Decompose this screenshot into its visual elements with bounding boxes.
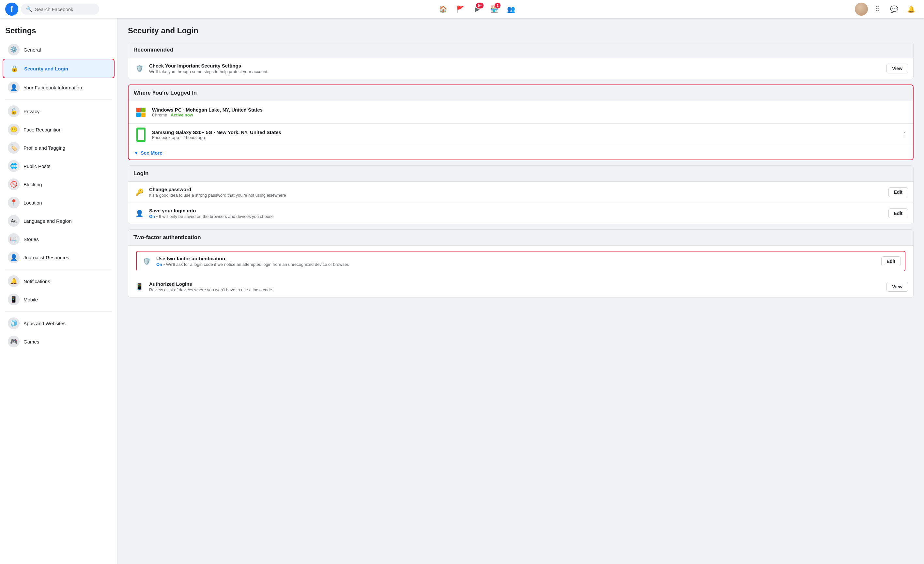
- video-nav-button[interactable]: ▶ 9+: [469, 1, 485, 17]
- sidebar-item-label: Face Recognition: [24, 127, 62, 132]
- sidebar-item-label: Security and Login: [24, 66, 68, 72]
- sidebar-item-your-facebook-information[interactable]: 👤 Your Facebook Information: [3, 78, 114, 96]
- sidebar-item-language-and-region[interactable]: Aa Language and Region: [3, 212, 114, 230]
- sidebar-item-public-posts[interactable]: 🌐 Public Posts: [3, 157, 114, 175]
- device-name: Windows PC · Mohegan Lake, NY, United St…: [152, 107, 908, 112]
- sidebar: Settings ⚙️ General 🔒 Security and Login…: [0, 18, 117, 564]
- home-nav-button[interactable]: 🏠: [435, 1, 451, 17]
- search-bar[interactable]: 🔍: [21, 4, 99, 15]
- sidebar-item-label: Profile and Tagging: [24, 145, 65, 151]
- recommended-view-button[interactable]: View: [886, 64, 908, 74]
- people-nav-button[interactable]: 👥: [503, 1, 519, 17]
- on-status: On: [149, 214, 155, 219]
- store-badge: 1: [495, 3, 501, 9]
- avatar-image: [855, 3, 868, 16]
- sidebar-item-journalist-resources[interactable]: 👤 Journalist Resources: [3, 248, 114, 267]
- recommended-header: Recommended: [128, 42, 913, 58]
- sidebar-item-blocking[interactable]: 🚫 Blocking: [3, 175, 114, 194]
- sidebar-item-label: General: [24, 47, 41, 52]
- change-password-edit-button[interactable]: Edit: [888, 187, 908, 197]
- sidebar-item-stories[interactable]: 📖 Stories: [3, 230, 114, 248]
- grid-icon: ⠿: [875, 5, 880, 13]
- flag-nav-button[interactable]: 🚩: [452, 1, 468, 17]
- journalist-icon: 👤: [8, 252, 20, 263]
- save-login-row: 👤 Save your login info On • It will only…: [128, 203, 913, 224]
- sidebar-divider-3: [5, 311, 112, 312]
- authorized-logins-title: Authorized Logins: [149, 281, 883, 287]
- authorized-logins-subtitle: Review a list of devices where you won't…: [149, 287, 883, 292]
- two-factor-text: Use two-factor authentication On • We'll…: [156, 256, 878, 267]
- nav-center-icons: 🏠 🚩 ▶ 9+ 🏪 1 👥: [102, 1, 852, 17]
- sidebar-item-apps-and-websites[interactable]: 🧊 Apps and Websites: [3, 314, 114, 332]
- see-more-button[interactable]: ▼ See More: [129, 146, 913, 159]
- device-row-samsung: Samsung Galaxy S20+ 5G · New York, NY, U…: [129, 124, 913, 146]
- security-icon: 🔒: [9, 63, 20, 74]
- change-password-title: Change password: [149, 187, 885, 192]
- login-header: Login: [128, 166, 913, 182]
- active-now-status: Active now: [171, 112, 193, 117]
- sidebar-item-mobile[interactable]: 📱 Mobile: [3, 290, 114, 309]
- apps-icon: 🧊: [8, 317, 20, 329]
- authorized-logins-row: 📱 Authorized Logins Review a list of dev…: [128, 276, 913, 297]
- device-info: Windows PC · Mohegan Lake, NY, United St…: [152, 107, 908, 117]
- two-factor-header: Two-factor authentication: [128, 230, 913, 246]
- store-nav-button[interactable]: 🏪 1: [486, 1, 502, 17]
- sidebar-item-privacy[interactable]: 🔒 Privacy: [3, 102, 114, 120]
- logged-in-header: Where You're Logged In: [129, 85, 913, 101]
- sidebar-item-security-and-login[interactable]: 🔒 Security and Login: [3, 59, 114, 78]
- grid-button[interactable]: ⠿: [869, 1, 885, 17]
- games-icon: 🎮: [8, 336, 20, 347]
- authorized-logins-view-button[interactable]: View: [886, 282, 908, 292]
- blocking-icon: 🚫: [8, 178, 20, 190]
- sidebar-item-general[interactable]: ⚙️ General: [3, 40, 114, 59]
- see-more-label: See More: [141, 150, 162, 156]
- bell-icon: 🔔: [907, 5, 915, 13]
- messenger-button[interactable]: 💬: [886, 1, 902, 17]
- sidebar-item-label: Location: [24, 200, 42, 206]
- privacy-icon: 🔒: [8, 105, 20, 117]
- sidebar-item-games[interactable]: 🎮 Games: [3, 332, 114, 351]
- location-icon: 📍: [8, 197, 20, 208]
- sidebar-item-notifications[interactable]: 🔔 Notifications: [3, 272, 114, 290]
- notifications-icon: 🔔: [8, 275, 20, 287]
- facebook-logo[interactable]: f: [5, 3, 18, 16]
- phone-device-icon: [134, 128, 148, 142]
- recommended-subtitle: We'll take you through some steps to hel…: [149, 69, 883, 74]
- messenger-icon: 💬: [890, 5, 898, 13]
- save-login-text: Save your login info On • It will only b…: [149, 208, 885, 219]
- sidebar-item-face-recognition[interactable]: 😶 Face Recognition: [3, 120, 114, 139]
- search-input[interactable]: [35, 6, 94, 12]
- device-sub: Chrome · Active now: [152, 112, 908, 117]
- search-icon: 🔍: [26, 6, 32, 12]
- device-info: Samsung Galaxy S20+ 5G · New York, NY, U…: [152, 129, 908, 140]
- use-two-factor-row: 🛡️ Use two-factor authentication On • We…: [136, 251, 905, 271]
- sidebar-item-label: Apps and Websites: [24, 321, 66, 326]
- two-factor-edit-button[interactable]: Edit: [881, 256, 901, 266]
- general-icon: ⚙️: [8, 44, 20, 56]
- sidebar-item-profile-and-tagging[interactable]: 🏷️ Profile and Tagging: [3, 139, 114, 157]
- recommended-section: Recommended 🛡️ Check Your Important Secu…: [128, 42, 914, 79]
- page-title: Security and Login: [128, 26, 914, 35]
- facebook-info-icon: 👤: [8, 81, 20, 93]
- top-navigation: f 🔍 🏠 🚩 ▶ 9+ 🏪 1 👥 ⠿ 💬: [0, 0, 924, 18]
- recommended-title: Check Your Important Security Settings: [149, 63, 883, 69]
- key-icon: 🔑: [134, 186, 145, 198]
- two-factor-section: Two-factor authentication 🛡️ Use two-fac…: [128, 230, 914, 297]
- device-options-button[interactable]: ⋮: [902, 131, 908, 138]
- save-login-edit-button[interactable]: Edit: [888, 208, 908, 218]
- change-password-row: 🔑 Change password It's a good idea to us…: [128, 182, 913, 203]
- two-factor-title: Use two-factor authentication: [156, 256, 878, 261]
- device-row-windows: Windows PC · Mohegan Lake, NY, United St…: [129, 101, 913, 124]
- device-name: Samsung Galaxy S20+ 5G · New York, NY, U…: [152, 129, 908, 135]
- avatar-button[interactable]: [855, 3, 868, 16]
- profile-tagging-icon: 🏷️: [8, 142, 20, 154]
- sidebar-item-location[interactable]: 📍 Location: [3, 194, 114, 212]
- notification-button[interactable]: 🔔: [903, 1, 919, 17]
- sidebar-item-label: Journalist Resources: [24, 255, 69, 260]
- device-sub: Facebook app · 2 hours ago: [152, 135, 908, 140]
- two-factor-subtitle: On • We'll ask for a login code if we no…: [156, 262, 878, 267]
- person-icon: 👤: [134, 207, 145, 219]
- sidebar-item-label: Blocking: [24, 182, 42, 187]
- sidebar-item-label: Language and Region: [24, 218, 72, 224]
- sidebar-item-label: Notifications: [24, 279, 50, 284]
